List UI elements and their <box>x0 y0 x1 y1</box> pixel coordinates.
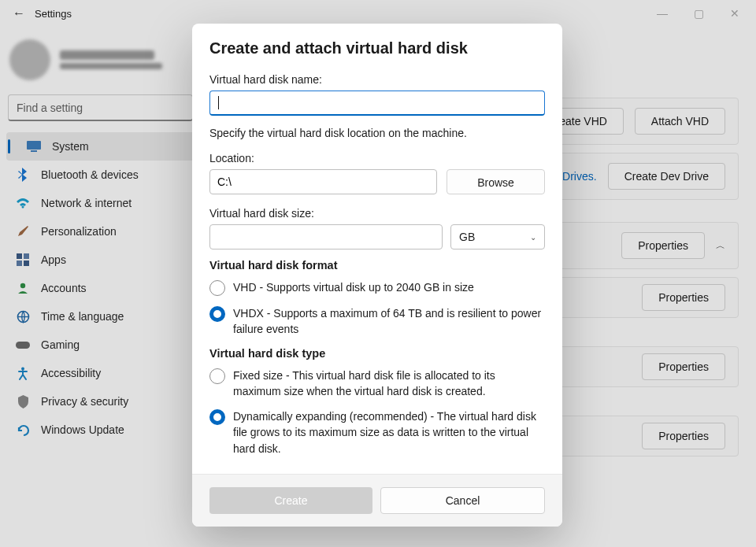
type-option-fixed[interactable]: Fixed size - This virtual hard disk file… <box>209 368 545 400</box>
format-option-label: VHD - Supports virtual disk up to 2040 G… <box>233 279 474 295</box>
create-button[interactable]: Create <box>209 487 372 514</box>
format-option-vhd[interactable]: VHD - Supports virtual disk up to 2040 G… <box>209 279 545 296</box>
type-option-dynamic[interactable]: Dynamically expanding (recommended) - Th… <box>209 408 545 456</box>
chevron-down-icon: ⌄ <box>530 233 536 242</box>
location-description: Specify the virtual hard disk location o… <box>209 127 545 139</box>
format-section-header: Virtual hard disk format <box>209 259 545 272</box>
format-option-label: VHDX - Supports a maximum of 64 TB and i… <box>233 305 545 338</box>
type-option-label: Dynamically expanding (recommended) - Th… <box>233 408 545 456</box>
size-unit-value: GB <box>459 231 475 243</box>
radio-icon <box>209 368 225 384</box>
text-cursor <box>218 96 219 109</box>
browse-button[interactable]: Browse <box>447 169 545 194</box>
create-vhd-dialog: Create and attach virtual hard disk Virt… <box>192 24 562 527</box>
dialog-footer: Create Cancel <box>192 474 562 527</box>
radio-checked-icon <box>209 306 225 322</box>
vhd-name-label: Virtual hard disk name: <box>209 73 545 86</box>
radio-icon <box>209 280 225 296</box>
size-unit-select[interactable]: GB ⌄ <box>450 224 545 249</box>
format-option-vhdx[interactable]: VHDX - Supports a maximum of 64 TB and i… <box>209 305 545 338</box>
type-section-header: Virtual hard disk type <box>209 347 545 360</box>
radio-checked-icon <box>209 409 225 425</box>
dialog-title: Create and attach virtual hard disk <box>209 39 545 57</box>
vhd-name-input[interactable] <box>209 91 545 116</box>
type-option-label: Fixed size - This virtual hard disk file… <box>233 368 545 400</box>
location-input[interactable] <box>209 169 437 194</box>
size-input[interactable] <box>209 224 443 249</box>
location-label: Location: <box>209 152 545 164</box>
cancel-button[interactable]: Cancel <box>380 487 545 514</box>
size-label: Virtual hard disk size: <box>209 207 545 220</box>
